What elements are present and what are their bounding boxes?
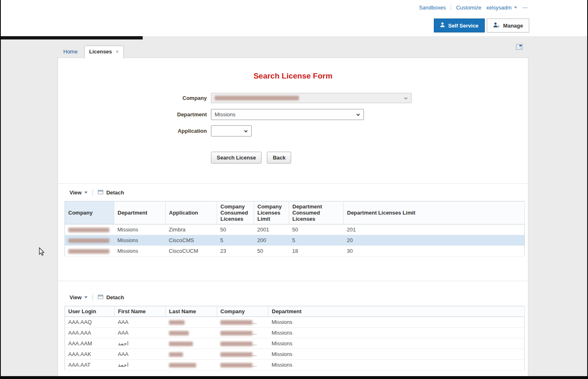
table-row[interactable]: AAA.AAAAAA...Missions [65,328,525,338]
table-row[interactable]: AAA.AATاحمد...Missions [65,360,525,370]
table-cell: 23 [217,246,254,257]
table-cell [65,235,114,246]
topbar: Sandboxes Customize xelsysadm ⋯ Self Ser… [1,0,587,36]
department-select[interactable]: Missions [211,109,364,120]
chevron-down-icon [84,296,88,298]
table-cell: احمد [115,338,166,349]
person-gear-icon [493,22,500,29]
tab-licenses-label: Licenses [89,49,112,55]
column-header[interactable]: Department Consumed Licenses [289,201,344,224]
column-header[interactable]: Department [114,201,166,224]
column-header[interactable]: Department [269,306,525,317]
redacted-text [169,331,189,335]
redacted-text [220,331,252,335]
column-header[interactable]: User Login [65,306,115,317]
table-cell [166,328,217,338]
company-label: Company [58,95,211,101]
redacted-text [68,238,109,243]
self-service-button[interactable]: Self Service [434,18,485,32]
tab-bar: Home Licenses × [58,46,124,58]
column-header[interactable]: Company [65,201,114,224]
application-window: Sandboxes Customize xelsysadm ⋯ Self Ser… [1,0,587,376]
redacted-text [169,342,193,346]
more-menu-icon[interactable]: ⋯ [522,4,529,11]
table-row[interactable]: AAA.AAMاحمد...Missions [65,338,525,349]
redacted-text [169,320,185,325]
redacted-text [220,363,252,367]
redacted-company-value [215,96,299,100]
table-cell: Missions [269,338,525,349]
redacted-text [169,352,183,357]
person-icon [440,22,445,29]
view-menu-button[interactable]: View [69,190,88,196]
table-row[interactable]: MissionsCiscoCMS5200520 [65,235,525,246]
table-cell: AAA [115,328,166,338]
workarea: Home Licenses × Search License For [1,36,587,376]
licenses-table: CompanyDepartmentApplicationCompany Cons… [65,201,525,257]
column-header[interactable]: Company [217,306,269,317]
licenses-toolbar: View Detach [65,187,528,198]
window-layout-icon[interactable] [516,44,523,51]
page-title: Search License Form [58,72,528,81]
table-cell: AAA.AAQ [65,317,115,328]
column-header[interactable]: Last Name [166,306,217,317]
table-header-row: CompanyDepartmentApplicationCompany Cons… [65,201,525,224]
table-cell [65,246,114,257]
detach-icon [98,294,103,300]
table-cell [166,317,217,328]
table-cell: Missions [269,360,525,370]
redacted-text [220,342,252,346]
divider [93,189,93,196]
username-label: xelsysadm [486,5,512,11]
table-cell: Missions [269,317,525,328]
detach-button[interactable]: Detach [98,294,124,300]
table-cell: CiscoCMS [166,235,217,246]
detach-button[interactable]: Detach [98,190,124,196]
search-license-form: Company Department Missions [58,92,528,136]
table-row[interactable]: MissionsZimbra50200150201 [65,224,525,235]
table-row[interactable]: AAA.AAQAAA...Missions [65,317,525,328]
column-header[interactable]: Application [166,201,217,224]
table-cell: AAA.AAK [65,349,115,360]
table-row[interactable]: AAA.AAKAAA...Missions [65,349,525,360]
search-license-button[interactable]: Search License [211,152,262,164]
tab-home[interactable]: Home [58,46,84,58]
close-icon[interactable]: × [116,49,119,54]
sandboxes-link[interactable]: Sandboxes [419,5,446,11]
users-toolbar: View Detach [65,292,528,303]
table-cell: 20 [344,235,525,246]
table-cell: AAA.AAT [65,360,115,370]
topbar-links: Sandboxes Customize xelsysadm ⋯ [419,4,529,11]
column-header[interactable]: First Name [115,306,166,317]
table-cell: ... [217,338,269,349]
back-button[interactable]: Back [267,152,291,164]
tab-licenses[interactable]: Licenses × [84,46,124,58]
table-cell: 50 [217,224,254,235]
table-cell: AAA.AAA [65,328,115,338]
redacted-text [68,249,109,254]
screen: Sandboxes Customize xelsysadm ⋯ Self Ser… [0,0,588,379]
table-cell: ... [217,360,269,370]
table-cell [166,360,217,370]
application-label: Application [58,128,211,134]
table-row[interactable]: MissionsCiscoCUCM23501830 [65,246,525,257]
table-cell: ... [217,328,269,338]
column-header[interactable]: Department Licenses Limit [344,201,525,224]
customize-link[interactable]: Customize [456,5,481,11]
table-cell: ... [217,349,269,360]
table-cell: AAA [115,317,166,328]
column-header[interactable]: Company Licenses Limit [254,201,289,224]
table-cell: 50 [289,224,344,235]
table-cell [65,224,114,235]
company-combobox[interactable] [211,93,412,103]
redacted-text [220,352,252,357]
detach-label: Detach [106,190,124,196]
manage-button[interactable]: Manage [487,18,529,32]
divider [451,5,451,10]
application-select[interactable] [211,125,252,136]
column-header[interactable]: Company Consumed Licenses [217,201,254,224]
table-cell: AAA [115,349,166,360]
table-cell: Missions [114,224,166,235]
user-menu[interactable]: xelsysadm [486,5,517,11]
view-menu-button[interactable]: View [69,294,88,300]
